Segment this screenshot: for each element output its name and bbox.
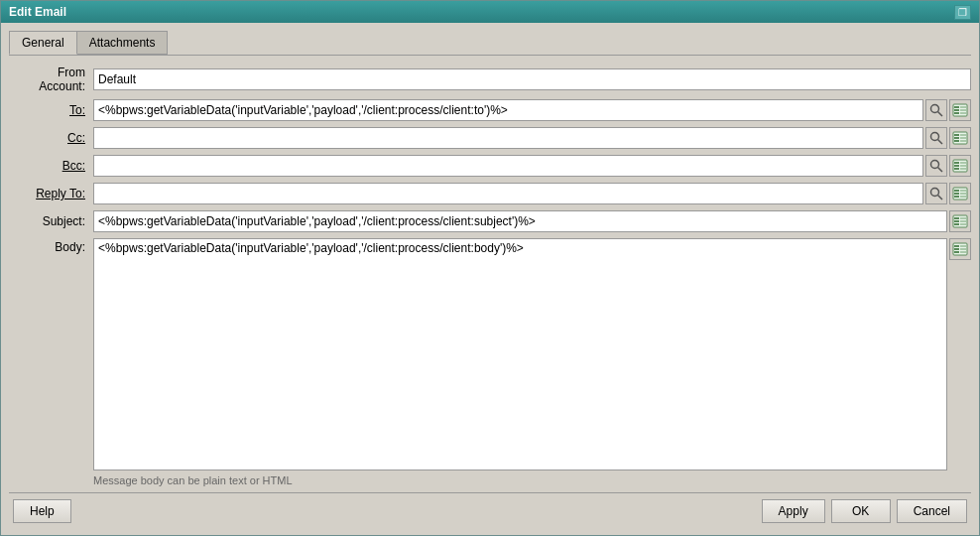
svg-rect-40 (960, 217, 966, 219)
svg-rect-6 (960, 106, 966, 108)
ok-button[interactable]: OK (831, 499, 891, 523)
variable-icon (952, 103, 968, 117)
svg-point-9 (931, 133, 939, 141)
svg-rect-13 (954, 137, 959, 139)
svg-rect-30 (954, 190, 959, 192)
svg-rect-38 (954, 220, 959, 222)
svg-rect-47 (960, 245, 966, 247)
svg-rect-39 (954, 223, 959, 225)
cc-row: Cc: (9, 127, 971, 149)
cc-variable-button[interactable] (949, 127, 971, 149)
variable-icon (952, 131, 968, 145)
bcc-input[interactable] (93, 155, 923, 177)
search-icon (929, 103, 943, 117)
tab-bar: General Attachments (9, 31, 971, 56)
to-variable-button[interactable] (949, 99, 971, 121)
to-search-button[interactable] (925, 99, 947, 121)
title-bar: Edit Email ❐ (1, 1, 979, 23)
reply-to-search-button[interactable] (925, 183, 947, 204)
svg-rect-23 (954, 168, 959, 170)
bcc-search-button[interactable] (925, 155, 947, 177)
svg-rect-5 (954, 112, 959, 114)
reply-to-label: Reply To: (9, 187, 93, 201)
reply-to-row: Reply To: (9, 183, 971, 204)
svg-rect-14 (954, 140, 959, 142)
cc-search-button[interactable] (925, 127, 947, 149)
variable-icon (952, 159, 968, 173)
search-icon (929, 187, 943, 201)
svg-rect-32 (954, 196, 959, 198)
svg-rect-46 (954, 251, 959, 253)
search-icon (929, 159, 943, 173)
svg-point-0 (931, 105, 939, 113)
form-area: From Account: To: (9, 66, 971, 488)
svg-rect-48 (960, 248, 966, 250)
svg-rect-42 (960, 223, 966, 225)
bcc-row: Bcc: (9, 155, 971, 177)
help-button[interactable]: Help (13, 499, 71, 523)
bcc-input-group (93, 155, 971, 177)
svg-rect-45 (954, 248, 959, 250)
body-row: Body: (9, 238, 971, 470)
body-label: Body: (9, 238, 93, 254)
svg-rect-15 (960, 134, 966, 136)
svg-rect-41 (960, 220, 966, 222)
svg-rect-35 (960, 196, 966, 198)
svg-rect-33 (960, 190, 966, 192)
svg-rect-12 (954, 134, 959, 136)
svg-point-27 (931, 189, 939, 197)
body-input-group (93, 238, 971, 470)
svg-rect-25 (960, 165, 966, 167)
to-row: To: (9, 99, 971, 121)
to-input[interactable] (93, 99, 923, 121)
variable-icon (952, 242, 968, 256)
svg-rect-31 (954, 193, 959, 195)
restore-icon[interactable]: ❐ (954, 5, 971, 20)
svg-line-10 (938, 140, 943, 145)
bcc-label: Bcc: (9, 159, 93, 173)
from-account-row: From Account: (9, 66, 971, 93)
variable-icon (952, 187, 968, 201)
svg-line-28 (938, 196, 943, 201)
svg-rect-3 (954, 106, 959, 108)
body-variable-button[interactable] (949, 238, 971, 260)
svg-line-19 (938, 168, 943, 173)
svg-rect-8 (960, 112, 966, 114)
reply-to-variable-button[interactable] (949, 183, 971, 204)
svg-rect-21 (954, 162, 959, 164)
subject-label: Subject: (9, 214, 93, 228)
subject-row: Subject: (9, 210, 971, 232)
to-input-group (93, 99, 971, 121)
button-bar: Help Apply OK Cancel (9, 492, 971, 527)
cc-input-group (93, 127, 971, 149)
body-textarea[interactable] (93, 238, 947, 470)
cancel-button[interactable]: Cancel (897, 499, 967, 523)
subject-input-group (93, 210, 971, 232)
cc-input[interactable] (93, 127, 923, 149)
svg-rect-34 (960, 193, 966, 195)
svg-rect-4 (954, 109, 959, 111)
svg-rect-26 (960, 168, 966, 170)
svg-line-1 (938, 112, 943, 117)
subject-variable-button[interactable] (949, 210, 971, 232)
svg-rect-22 (954, 165, 959, 167)
subject-input[interactable] (93, 210, 947, 232)
tab-attachments[interactable]: Attachments (76, 31, 169, 55)
bcc-variable-button[interactable] (949, 155, 971, 177)
svg-rect-44 (954, 245, 959, 247)
svg-rect-24 (960, 162, 966, 164)
reply-to-input-group (93, 183, 971, 204)
apply-button[interactable]: Apply (762, 499, 825, 523)
body-hint: Message body can be plain text or HTML (9, 472, 971, 488)
from-account-label: From Account: (9, 66, 93, 93)
svg-rect-49 (960, 251, 966, 253)
svg-rect-37 (954, 217, 959, 219)
svg-point-18 (931, 161, 939, 169)
cc-label: Cc: (9, 131, 93, 145)
edit-email-window: Edit Email ❐ General Attachments From Ac… (0, 0, 980, 536)
svg-rect-16 (960, 137, 966, 139)
window-title: Edit Email (9, 5, 66, 19)
reply-to-input[interactable] (93, 183, 923, 204)
from-account-input[interactable] (93, 68, 971, 90)
tab-general[interactable]: General (9, 31, 77, 55)
